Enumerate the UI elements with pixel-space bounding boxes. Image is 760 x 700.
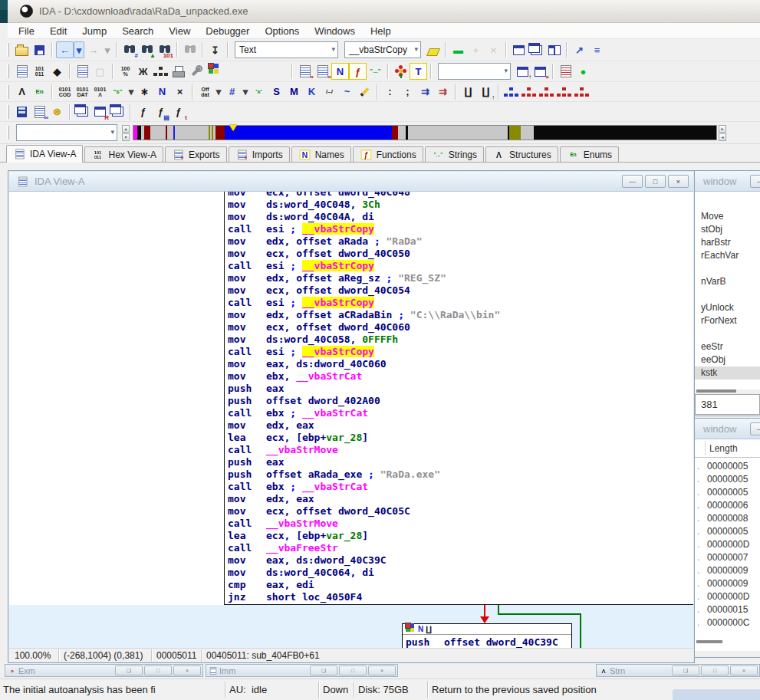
band-segment[interactable] <box>215 126 225 140</box>
offset-dropdown-icon[interactable]: ▾ <box>214 84 223 100</box>
call-flow-icon[interactable] <box>502 84 520 100</box>
char-icon[interactable]: 'x' <box>250 84 268 100</box>
window-activate-icon[interactable]: ↑ <box>514 63 531 80</box>
code-line[interactable]: movds:word_40C058, 0FFFFh <box>228 334 500 346</box>
zoom-100-icon[interactable]: 100% <box>117 63 134 80</box>
search-binary-icon[interactable]: 101 <box>156 41 173 58</box>
comment-indent-icon[interactable]: ⇉ <box>416 84 434 100</box>
tab-functions[interactable]: ƒFunctions <box>353 146 423 163</box>
length-column-header[interactable]: Length <box>695 439 760 458</box>
data-icon[interactable]: 0101DAT <box>74 84 91 100</box>
enums-icon[interactable]: En <box>31 84 48 100</box>
names-list-item[interactable] <box>695 197 760 210</box>
length-cell[interactable]: .00000005 <box>695 525 760 538</box>
search-text-icon[interactable]: ▲ <box>138 41 156 58</box>
names-list-item[interactable]: harBstr <box>695 236 760 249</box>
calculator-icon[interactable] <box>13 104 31 120</box>
variable-icon[interactable]: ∗ <box>136 84 153 100</box>
length-cell[interactable]: .00000005 <box>695 460 760 473</box>
code-line[interactable]: leaecx, [ebp+var_28] <box>228 530 500 542</box>
code-line[interactable]: callesi ; __vbaStrCopy <box>228 346 500 358</box>
maximize-button[interactable]: □ <box>701 665 729 675</box>
delete-item-icon[interactable]: × <box>485 41 502 58</box>
gear-icon[interactable]: ⊛ <box>48 104 66 120</box>
length-cell[interactable]: .00000009 <box>695 564 760 577</box>
code-line[interactable]: callesi ; __vbaStrCopy <box>228 260 500 272</box>
code-line[interactable]: pushoffset aRada_exe ; "RaDa.exe" <box>228 468 500 481</box>
minimized-imports-window[interactable]: Imm❏□× <box>206 664 398 677</box>
save-file-icon[interactable] <box>31 41 48 58</box>
windows-list-icon[interactable]: ≡ <box>588 41 606 58</box>
node-code-line[interactable]: pushoffset dword_40C39C <box>403 635 571 648</box>
tile-windows-icon[interactable] <box>528 41 545 58</box>
save-desktop-icon[interactable] <box>109 104 127 120</box>
length-cell[interactable]: .00000005 <box>695 473 760 486</box>
lengths-hscrollbar[interactable] <box>696 640 722 643</box>
length-cell[interactable]: .00000007 <box>695 551 760 564</box>
minimized-structures-window[interactable]: ΛStrn❏□× <box>596 664 760 677</box>
code-line[interactable]: movecx, offset dword_40C060 <box>228 321 500 334</box>
toolbar-grip[interactable] <box>7 126 9 140</box>
length-cell[interactable]: .00000006 <box>695 499 760 512</box>
names-list-item[interactable]: stObj <box>695 223 760 236</box>
open-file-icon[interactable] <box>13 41 31 58</box>
imports-icon[interactable]: « <box>314 63 331 80</box>
script-icon[interactable]: ∞ <box>31 104 48 120</box>
code-line[interactable]: callebx ; __vbaStrCat <box>228 407 500 419</box>
options-wrench-icon[interactable] <box>187 63 205 80</box>
number-dropdown-icon[interactable]: ▾ <box>241 84 250 100</box>
band-spin-down[interactable]: ▾ <box>122 133 130 141</box>
xref-graph-icon[interactable] <box>555 84 573 100</box>
names-list-item[interactable]: eeStr <box>695 340 760 353</box>
code-line[interactable]: movecx, offset dword_40C048 <box>228 192 500 199</box>
tab-imports[interactable]: «Imports <box>229 146 290 163</box>
print-icon[interactable] <box>169 63 187 80</box>
band-spin-up[interactable]: ▴ <box>122 125 130 133</box>
functions-icon[interactable]: ƒ <box>349 63 367 80</box>
length-cell[interactable]: .0000000D <box>695 538 760 551</box>
code-line[interactable]: movds:word_40C064, di <box>228 567 500 579</box>
restore-button[interactable]: ❏ <box>672 665 699 675</box>
code-line[interactable]: jnzshort loc_4050F4 <box>228 591 500 603</box>
search-again-icon[interactable] <box>181 41 199 58</box>
trace-window-icon[interactable] <box>557 63 574 80</box>
close-button[interactable]: × <box>173 665 201 675</box>
node-name-icon[interactable]: N <box>418 625 423 633</box>
names-list-item[interactable] <box>695 262 760 275</box>
names-list-item[interactable]: yUnlock <box>695 301 760 314</box>
node-colors-icon[interactable] <box>406 623 410 628</box>
tab-structures[interactable]: ΛStructures <box>485 146 558 163</box>
names-list-item[interactable]: Move <box>695 210 760 223</box>
band-segment[interactable] <box>398 126 406 140</box>
band-segment[interactable] <box>175 126 209 140</box>
tab-enums[interactable]: EnEnums <box>560 146 619 163</box>
band-segment[interactable] <box>167 126 173 140</box>
length-cell[interactable]: .0000000D <box>695 590 760 603</box>
close-button[interactable]: × <box>368 665 396 675</box>
band-scroll-right[interactable]: ▸ <box>719 125 726 133</box>
graph-view-icon[interactable]: ▢ <box>91 63 109 80</box>
tab-strings[interactable]: "..."Strings <box>425 146 484 163</box>
cascade-windows-icon[interactable] <box>510 41 528 58</box>
length-cell[interactable]: .00000015 <box>695 603 760 616</box>
names-list-item[interactable]: rForNext <box>695 314 760 327</box>
search-names-icon[interactable]: # <box>120 41 138 58</box>
toolbar-grip[interactable] <box>7 85 9 99</box>
code-line[interactable]: movedx, offset aReg_sz ; "REG_SZ" <box>228 272 500 284</box>
number-icon[interactable]: # <box>223 84 241 100</box>
code-line[interactable]: movecx, offset dword_40C05C <box>228 505 500 518</box>
names-hscrollbar[interactable] <box>696 389 736 393</box>
comment-align-icon[interactable]: ⇉ <box>434 84 452 100</box>
jump-cursor-icon[interactable]: ↗ <box>571 41 588 58</box>
struct-data-icon[interactable]: 0101Λ <box>91 84 109 100</box>
ascii-string-icon[interactable]: "s" <box>109 84 127 100</box>
semicolon-comment-icon[interactable]: ; <box>399 84 416 100</box>
lengths-window-titlebar[interactable]: window — <box>695 419 760 439</box>
code-line[interactable]: cmpeax, edi <box>228 579 500 591</box>
names-list-item[interactable]: rEachVar <box>695 249 760 262</box>
name-combo[interactable]: __vbaStrCopy▾ <box>344 41 421 58</box>
navigate-forward-icon[interactable]: → <box>84 41 102 58</box>
code-line[interactable]: call__vbaStrMove <box>228 444 500 456</box>
band-segment[interactable] <box>150 126 166 140</box>
fit-window-icon[interactable]: Ж <box>134 63 152 80</box>
